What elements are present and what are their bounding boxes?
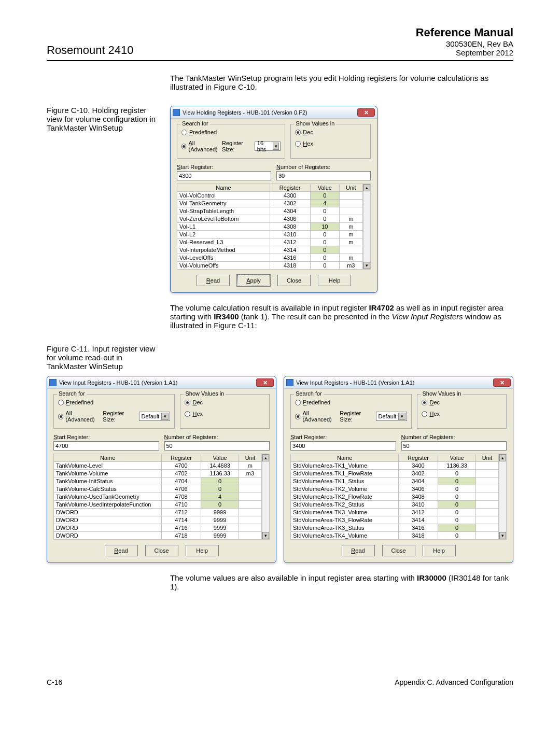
table-row: Vol-LevelOffs43160m xyxy=(177,254,363,262)
table-row: DWORD47129999 xyxy=(54,509,262,516)
all-advanced-radio[interactable]: All (Advanced) xyxy=(58,410,100,423)
apply-button[interactable]: Apply xyxy=(237,275,270,286)
window-title: View Input Registers - HUB-101 (Version … xyxy=(59,379,256,386)
table-row: TankVolume-UsedInterpolateFunction47100 xyxy=(54,501,262,509)
dec-radio[interactable]: Dec xyxy=(185,399,265,405)
read-button[interactable]: Read xyxy=(105,545,138,556)
hex-radio[interactable]: Hex xyxy=(185,411,265,417)
register-size-dropdown[interactable]: Default ▾ xyxy=(376,412,408,421)
intro-paragraph-2: The volume calculation result is availab… xyxy=(170,303,513,330)
close-icon[interactable]: ✕ xyxy=(256,378,274,387)
start-register-input[interactable]: 3400 xyxy=(290,441,396,451)
table-row: Vol-TankGeometry43024 xyxy=(177,200,363,207)
radio-icon xyxy=(295,141,301,147)
window-title: View Holding Registers - HUB-101 (Versio… xyxy=(183,109,357,116)
table-row: Vol-L1430810m xyxy=(177,223,363,231)
scroll-down-icon[interactable]: ▾ xyxy=(262,532,269,539)
close-icon[interactable]: ✕ xyxy=(493,378,511,387)
col-name: Name xyxy=(177,184,270,192)
col-unit: Unit xyxy=(340,184,362,192)
table-row: Vol-VolumeOffs43180m3 xyxy=(177,262,363,270)
close-icon[interactable]: ✕ xyxy=(357,108,375,117)
scroll-up-icon[interactable]: ▴ xyxy=(499,454,506,461)
col-value: Value xyxy=(310,184,340,192)
scroll-up-icon[interactable]: ▴ xyxy=(363,184,370,191)
register-size-value: 16 bits xyxy=(257,140,271,152)
table-row: StdVolumeArea-TK2_FlowRate34080 xyxy=(291,493,499,501)
holding-registers-table: Name Register Value Unit Vol-VolControl4… xyxy=(177,184,363,270)
figure-c11-caption: Figure C-11. Input register view for vol… xyxy=(47,344,161,371)
titlebar: View Holding Registers - HUB-101 (Versio… xyxy=(171,106,377,119)
chevron-down-icon: ▾ xyxy=(398,413,405,420)
all-advanced-label: ll (Advanced) xyxy=(188,140,217,152)
scrollbar[interactable]: ▴ ▾ xyxy=(262,454,270,540)
close-button[interactable]: Close xyxy=(145,545,178,556)
radio-icon xyxy=(181,144,186,149)
num-registers-label: Number of Registers: xyxy=(276,164,371,170)
page-header: Rosemount 2410 Reference Manual 300530EN… xyxy=(47,26,513,61)
table-row: Vol-L243100m xyxy=(177,231,363,238)
table-row: StdVolumeArea-TK2_Status34100 xyxy=(291,501,499,509)
input-registers-dialog-4700: View Input Registers - HUB-101 (Version … xyxy=(47,376,276,563)
table-row: TankVolume-UsedTankGeometry47084 xyxy=(54,493,262,501)
table-row: StdVolumeArea-TK1_Volume34001136.33 xyxy=(291,462,499,470)
search-for-legend: Search for xyxy=(180,120,210,126)
help-button[interactable]: Help xyxy=(186,545,219,556)
read-button[interactable]: Read xyxy=(197,275,230,286)
table-row: TankVolume-Level470014.4683m xyxy=(54,462,262,470)
show-values-fieldset: Show Values in Dec Hex xyxy=(290,124,371,159)
close-button[interactable]: Close xyxy=(277,275,311,286)
figure-c10-caption: Figure C-10. Holding register view for v… xyxy=(47,106,161,132)
doc-number: 300530EN, Rev BA xyxy=(416,39,513,48)
help-button[interactable]: Help xyxy=(318,275,351,286)
hex-label: ex xyxy=(307,140,313,147)
search-for-fieldset: Search for Predefined All (Advanced) Reg… xyxy=(177,124,285,159)
start-register-label: Start Register: xyxy=(177,164,271,170)
dec-radio[interactable]: Dec xyxy=(295,129,366,135)
scroll-down-icon[interactable]: ▾ xyxy=(499,532,506,539)
input-registers-table: Name Register Value Unit TankVolume-Leve… xyxy=(53,454,262,540)
register-size-dropdown[interactable]: 16 bits ▾ xyxy=(255,142,281,151)
scrollbar[interactable]: ▴ ▾ xyxy=(499,454,507,540)
intro-paragraph-1: The TankMaster WinSetup program lets you… xyxy=(170,74,513,91)
table-row: Vol-ZeroLevelToBottom43060m xyxy=(177,215,363,223)
input-registers-table: Name Register Value Unit StdVolumeArea-T… xyxy=(290,454,499,540)
register-size-dropdown[interactable]: Default ▾ xyxy=(139,412,171,421)
predefined-radio[interactable]: Predefined xyxy=(295,399,407,405)
read-button[interactable]: Read xyxy=(342,545,375,556)
table-row: DWORD47149999 xyxy=(54,516,262,524)
table-row: StdVolumeArea-TK3_Volume34120 xyxy=(291,509,499,516)
table-row: TankVolume-CalcStatus47060 xyxy=(54,485,262,493)
num-registers-input[interactable]: 50 xyxy=(401,441,507,451)
start-register-input[interactable]: 4700 xyxy=(53,441,159,451)
table-row: Vol-VolControl43000 xyxy=(177,192,363,200)
table-row: StdVolumeArea-TK2_Volume34060 xyxy=(291,485,499,493)
reference-manual-title: Reference Manual xyxy=(416,26,513,39)
radio-icon xyxy=(181,130,187,135)
table-row: StdVolumeArea-TK4_Volume34180 xyxy=(291,532,499,540)
scrollbar[interactable]: ▴ ▾ xyxy=(363,184,371,270)
table-row: Vol-Reserved_L343120m xyxy=(177,238,363,246)
num-registers-input[interactable]: 30 xyxy=(276,171,371,180)
hex-radio[interactable]: Hex xyxy=(295,140,366,147)
all-advanced-radio[interactable]: All (Advanced) xyxy=(181,140,219,152)
search-for-legend: Search for xyxy=(57,390,87,397)
num-registers-input[interactable]: 50 xyxy=(164,441,270,451)
page-footer: C-16 Appendix C. Advanced Configuration xyxy=(47,678,513,686)
predefined-radio[interactable]: Predefined xyxy=(58,399,170,405)
predefined-radio[interactable]: Predefined xyxy=(181,129,281,135)
hex-radio[interactable]: Hex xyxy=(422,411,502,417)
close-button[interactable]: Close xyxy=(382,545,415,556)
dec-radio[interactable]: Dec xyxy=(422,399,502,405)
holding-registers-dialog: View Holding Registers - HUB-101 (Versio… xyxy=(170,106,377,293)
scroll-down-icon[interactable]: ▾ xyxy=(363,262,370,269)
help-button[interactable]: Help xyxy=(423,545,456,556)
scroll-up-icon[interactable]: ▴ xyxy=(262,454,269,461)
table-row: StdVolumeArea-TK1_Status34040 xyxy=(291,477,499,485)
all-advanced-radio[interactable]: All (Advanced) xyxy=(295,410,337,423)
start-register-input[interactable]: 4300 xyxy=(177,171,271,180)
table-row: Vol-StrapTableLength43040 xyxy=(177,207,363,215)
intro-paragraph-3: The volume values are also available in … xyxy=(170,573,513,591)
table-row: TankVolume-InitStatus47040 xyxy=(54,477,262,485)
show-values-legend: Show Values in xyxy=(294,120,336,126)
